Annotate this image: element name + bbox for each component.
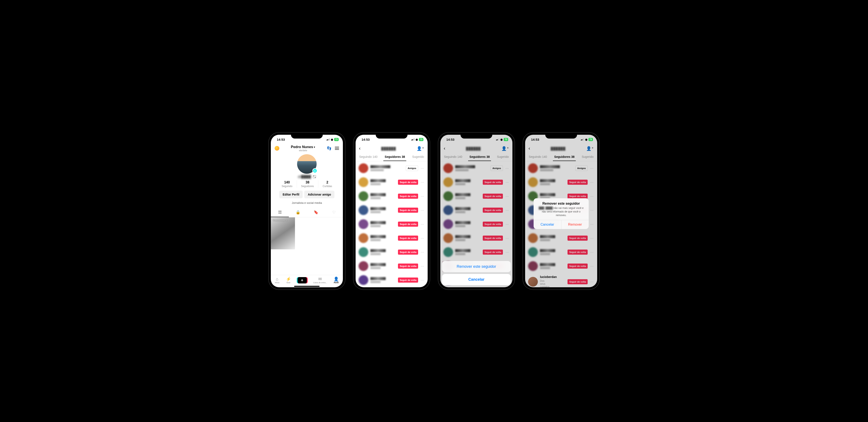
follow-back-button[interactable]: Seguir de volta: [398, 235, 418, 241]
more-icon[interactable]: ⋯: [505, 194, 509, 198]
add-user-icon[interactable]: 👤⁺: [501, 146, 509, 151]
follower-row[interactable]: Seguir de volta⋯: [440, 217, 513, 231]
follow-back-button[interactable]: Seguir de volta: [398, 207, 418, 213]
follow-back-button[interactable]: Seguir de volta: [398, 278, 418, 283]
qr-icon[interactable]: [313, 175, 316, 178]
follow-back-button[interactable]: Seguir de volta: [398, 180, 418, 185]
friends-button[interactable]: Amigos: [575, 165, 588, 171]
follow-back-button[interactable]: Seguir de volta: [483, 180, 503, 185]
more-icon[interactable]: ⋯: [590, 180, 594, 184]
alert-remove-button[interactable]: Remover: [561, 220, 589, 229]
more-icon[interactable]: ⋯: [505, 166, 509, 170]
follower-row[interactable]: Seguir de volta⋯: [355, 175, 428, 189]
more-icon[interactable]: ⋯: [505, 180, 509, 184]
nav-home[interactable]: ⌂Início: [275, 277, 280, 284]
follow-back-button[interactable]: Seguir de volta: [483, 194, 503, 199]
follow-back-button[interactable]: Seguir de volta: [398, 263, 418, 269]
add-user-icon[interactable]: 👤⁺: [416, 146, 424, 151]
nav-inbox[interactable]: ✉Caixa de entra...: [313, 277, 327, 284]
follower-row[interactable]: Seguir de volta⋯: [355, 203, 428, 217]
add-user-icon[interactable]: 👤⁺: [586, 146, 594, 151]
more-icon[interactable]: ⋯: [420, 180, 425, 184]
following-stat[interactable]: 140 Seguindo: [277, 181, 297, 188]
add-friend-button[interactable]: Adicionar amigo: [304, 191, 334, 198]
add-story-icon[interactable]: +: [312, 168, 317, 173]
follower-row[interactable]: Seguir de volta⋯: [525, 175, 597, 189]
more-icon[interactable]: ⋯: [590, 208, 594, 212]
more-icon[interactable]: ⋯: [420, 236, 425, 240]
follow-back-button[interactable]: Seguir de volta: [398, 222, 418, 227]
follow-back-button[interactable]: Seguir de volta: [398, 194, 418, 199]
more-icon[interactable]: ⋯: [590, 236, 594, 240]
menu-icon[interactable]: [335, 147, 339, 150]
follower-row[interactable]: Seguir de volta⋯: [440, 175, 513, 189]
friends-button[interactable]: Amigos: [406, 165, 418, 171]
follower-row[interactable]: Seguir de volta⋯: [440, 189, 513, 203]
tab-followers[interactable]: Seguidores 38: [553, 153, 576, 161]
likes-stat[interactable]: 2 Curtidas: [318, 181, 336, 188]
tab-suggested[interactable]: Sugerido: [496, 153, 510, 161]
more-icon[interactable]: ⋯: [590, 166, 594, 170]
back-button[interactable]: ‹: [528, 146, 530, 151]
home-indicator[interactable]: [294, 286, 319, 287]
tab-following[interactable]: Seguindo 140: [358, 153, 379, 161]
nav-create[interactable]: +: [298, 277, 307, 284]
follow-back-button[interactable]: Seguir de volta: [483, 235, 503, 241]
remove-follower-option[interactable]: Remover este seguidor: [442, 261, 511, 272]
more-icon[interactable]: ⋯: [420, 222, 425, 226]
follow-back-button[interactable]: Seguir de volta: [398, 250, 418, 255]
more-icon[interactable]: ⋯: [420, 250, 425, 254]
tab-followers[interactable]: Seguidores 38: [468, 153, 491, 161]
more-icon[interactable]: ⋯: [505, 222, 509, 226]
follower-row[interactable]: Seguir de volta⋯: [440, 245, 513, 259]
more-icon[interactable]: ⋯: [505, 208, 509, 212]
follower-row[interactable]: Seguir de volta⋯: [525, 231, 597, 245]
more-icon[interactable]: ⋯: [590, 250, 594, 254]
follow-back-button[interactable]: Seguir de volta: [567, 263, 588, 269]
more-icon[interactable]: ⋯: [420, 166, 425, 170]
tab-private-icon[interactable]: 🔒: [289, 208, 307, 217]
alert-cancel-button[interactable]: Cancelar: [534, 220, 561, 229]
tab-liked-icon[interactable]: ♡: [325, 208, 343, 217]
tab-followers[interactable]: Seguidores 38: [383, 153, 406, 161]
tab-following[interactable]: Seguindo 140: [527, 153, 548, 161]
drafts-thumbnail[interactable]: Rascunhos: 2: [271, 217, 295, 249]
more-icon[interactable]: ⋯: [420, 264, 425, 268]
follower-row[interactable]: Seguir de volta⋯: [355, 189, 428, 203]
more-icon[interactable]: ⋯: [590, 264, 594, 268]
tab-bookmarks-icon[interactable]: 🔖: [307, 208, 325, 217]
friends-button[interactable]: Amigos: [491, 165, 503, 171]
follower-row[interactable]: Amigos⋯: [440, 161, 513, 175]
follow-back-button[interactable]: Seguir de volta: [567, 250, 588, 255]
tab-suggested[interactable]: Sugerido: [581, 153, 595, 161]
cancel-option[interactable]: Cancelar: [442, 274, 511, 285]
followers-stat[interactable]: 38 Seguidores: [297, 181, 318, 188]
more-icon[interactable]: ⋯: [590, 222, 594, 226]
more-icon[interactable]: ⋯: [505, 250, 509, 254]
more-icon[interactable]: ⋯: [590, 280, 594, 284]
follower-row[interactable]: lucioberdanDos seus contatosSeguir de vo…: [525, 273, 597, 287]
follow-back-button[interactable]: Seguir de volta: [483, 222, 503, 227]
follower-row[interactable]: Seguir de volta⋯: [355, 231, 428, 245]
edit-profile-button[interactable]: Editar Perfil: [279, 191, 303, 198]
more-icon[interactable]: ⋯: [590, 194, 594, 198]
follow-back-button[interactable]: Seguir de volta: [483, 250, 503, 255]
follower-row[interactable]: Amigos⋯: [525, 161, 597, 175]
follower-row[interactable]: Seguir de volta⋯: [355, 273, 428, 287]
follower-row[interactable]: Seguir de volta⋯: [525, 259, 597, 273]
nav-profile[interactable]: 👤Perfil: [334, 277, 339, 284]
follower-row[interactable]: Seguir de volta⋯: [525, 245, 597, 259]
follow-back-button[interactable]: Seguir de volta: [567, 194, 588, 199]
more-icon[interactable]: ⋯: [420, 194, 425, 198]
tab-following[interactable]: Seguindo 140: [443, 153, 463, 161]
nav-now[interactable]: ⚡Now: [286, 277, 291, 284]
back-button[interactable]: ‹: [359, 146, 361, 151]
follower-row[interactable]: Amigos⋯: [355, 161, 428, 175]
footprint-icon[interactable]: 👣: [327, 146, 332, 151]
profile-name-dropdown[interactable]: Pedro Nunes ▾: [291, 145, 315, 149]
coins-icon[interactable]: [275, 146, 279, 151]
more-icon[interactable]: ⋯: [420, 278, 425, 282]
follow-back-button[interactable]: Seguir de volta: [567, 180, 588, 185]
follow-back-button[interactable]: Seguir de volta: [567, 235, 588, 241]
follower-row[interactable]: Seguir de volta⋯: [355, 217, 428, 231]
